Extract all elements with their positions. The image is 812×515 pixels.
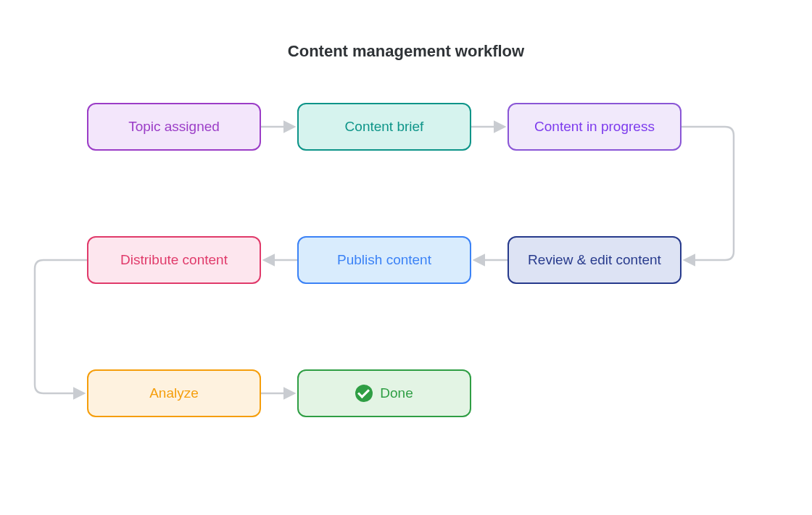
diagram-canvas: Content management workflow Topic assign… — [0, 0, 812, 515]
diagram-title: Content management workflow — [0, 42, 812, 61]
node-label: Topic assigned — [128, 119, 220, 135]
node-label: Publish content — [337, 252, 431, 268]
node-label: Content in progress — [534, 119, 655, 135]
node-distribute-content: Distribute content — [87, 236, 261, 284]
node-analyze: Analyze — [87, 369, 261, 417]
node-label: Analyze — [149, 385, 199, 401]
node-label: Distribute content — [120, 252, 228, 268]
node-topic-assigned: Topic assigned — [87, 103, 261, 151]
node-done: Done — [297, 369, 471, 417]
node-review-edit-content: Review & edit content — [508, 236, 682, 284]
check-circle-icon — [355, 385, 373, 402]
node-label: Done — [380, 385, 413, 401]
node-content-in-progress: Content in progress — [508, 103, 682, 151]
node-content-brief: Content brief — [297, 103, 471, 151]
node-label: Content brief — [345, 119, 424, 135]
arrow-distribute-to-analyze — [35, 260, 87, 393]
node-label: Review & edit content — [528, 252, 661, 268]
node-publish-content: Publish content — [297, 236, 471, 284]
arrow-progress-to-review — [682, 127, 734, 260]
